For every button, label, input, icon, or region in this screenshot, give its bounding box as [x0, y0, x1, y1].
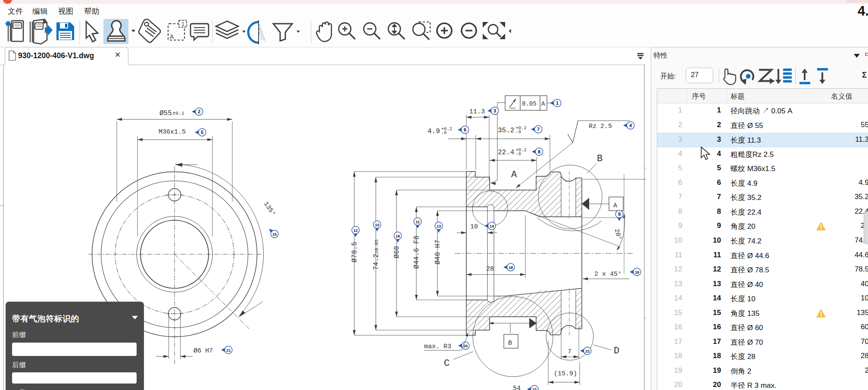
svg-text:A: A — [541, 100, 545, 107]
svg-text:35.2: 35.2 — [498, 127, 514, 134]
svg-text:M36x1.5: M36x1.5 — [159, 128, 186, 136]
svg-text:Ø55: Ø55 — [159, 109, 172, 117]
svg-text:18: 18 — [509, 265, 513, 270]
svg-text:15: 15 — [272, 232, 277, 237]
svg-text:14: 14 — [490, 224, 494, 228]
svg-text:5: 5 — [201, 130, 203, 135]
svg-text:3: 3 — [493, 108, 496, 113]
svg-text:-0: -0 — [515, 129, 521, 134]
svg-text:A: A — [511, 169, 517, 180]
svg-text:Ø6 H7: Ø6 H7 — [194, 347, 213, 355]
svg-text:74.2±0.05: 74.2±0.05 — [372, 240, 380, 270]
svg-text:Rz 2.5: Rz 2.5 — [589, 123, 612, 130]
svg-text:6: 6 — [464, 127, 466, 132]
svg-text:22: 22 — [585, 349, 590, 353]
svg-text:Ø40 H7: Ø40 H7 — [434, 240, 442, 265]
svg-text:C: C — [444, 358, 450, 369]
svg-text:B: B — [597, 153, 603, 164]
svg-text:A: A — [613, 202, 617, 209]
svg-text:(15.9): (15.9) — [554, 370, 577, 378]
svg-text:20°: 20° — [613, 228, 623, 241]
svg-text:11: 11 — [415, 220, 420, 224]
svg-text:2 x 45°: 2 x 45° — [594, 271, 621, 278]
svg-text:23: 23 — [532, 387, 537, 390]
svg-text:11.3: 11.3 — [469, 108, 485, 115]
svg-text:13: 13 — [437, 224, 441, 228]
svg-text:8: 8 — [538, 149, 540, 154]
svg-text:A: A — [170, 33, 174, 40]
svg-text:22.4: 22.4 — [498, 149, 514, 156]
svg-text:12: 12 — [353, 228, 358, 233]
svg-text:2: 2 — [198, 109, 200, 114]
svg-text:10: 10 — [375, 223, 379, 227]
svg-text:D: D — [614, 346, 619, 356]
svg-text:max. R3: max. R3 — [424, 343, 451, 350]
svg-text:Ø44.6 F8: Ø44.6 F8 — [413, 236, 421, 269]
svg-text:7: 7 — [568, 348, 571, 356]
svg-text:4: 4 — [629, 123, 632, 128]
svg-text:16: 16 — [396, 234, 400, 238]
svg-text:9: 9 — [618, 212, 621, 217]
svg-text:21: 21 — [226, 348, 231, 353]
svg-text:54: 54 — [513, 385, 521, 390]
svg-text:1: 1 — [556, 100, 559, 106]
svg-text:28: 28 — [486, 265, 494, 273]
svg-text:135°: 135° — [262, 200, 277, 217]
svg-text:19: 19 — [635, 270, 639, 275]
svg-text:±0.1: ±0.1 — [172, 110, 184, 116]
svg-text:-0: -0 — [515, 151, 521, 156]
svg-text:7: 7 — [537, 127, 540, 132]
svg-text:B: B — [508, 340, 512, 347]
svg-text:10: 10 — [470, 223, 478, 231]
svg-text:Ø78.5: Ø78.5 — [351, 242, 359, 262]
svg-text:4.9: 4.9 — [428, 128, 440, 135]
svg-text:Ø60: Ø60 — [393, 246, 401, 259]
svg-text:-0: -0 — [441, 130, 447, 135]
svg-text:0.05: 0.05 — [522, 100, 537, 107]
svg-text:1: 1 — [181, 21, 184, 27]
